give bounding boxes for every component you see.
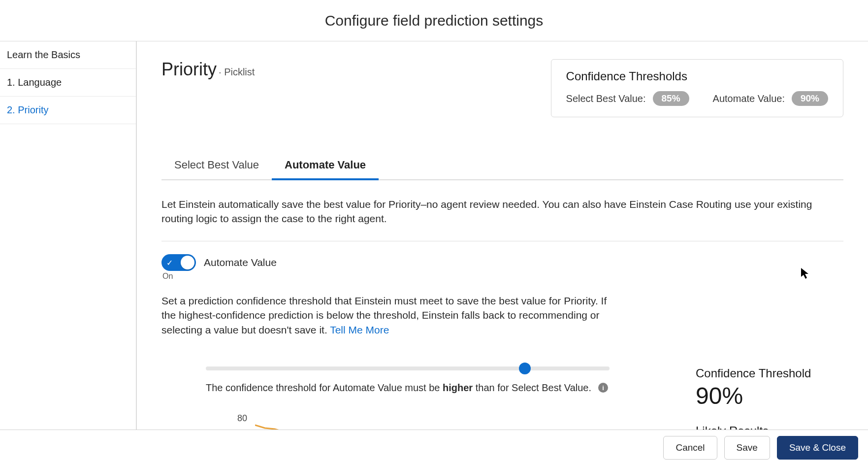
confidence-threshold-value: 90% [696, 382, 843, 409]
slider-right: Confidence Threshold 90% Likely Results [696, 366, 843, 430]
sidebar-item-priority[interactable]: 2. Priority [0, 97, 136, 124]
cancel-button[interactable]: Cancel [663, 436, 717, 460]
tab-automate-value[interactable]: Automate Value [272, 152, 379, 179]
save-button[interactable]: Save [724, 436, 770, 460]
main: Priority · Picklist Confidence Threshold… [137, 41, 868, 430]
confidence-thresholds-card: Confidence Thresholds Select Best Value:… [551, 59, 843, 117]
tab-select-best-value[interactable]: Select Best Value [161, 152, 272, 179]
chart-svg [255, 423, 373, 430]
y-tick-80: 80 [237, 413, 247, 424]
toggle-row: ✓ Automate Value [161, 254, 843, 271]
slider-caption: The confidence threshold for Automate Va… [206, 382, 666, 394]
likely-results-label: Likely Results [696, 424, 843, 430]
slider-left: The confidence threshold for Automate Va… [161, 366, 666, 430]
thresholds-row: Select Best Value: 85% Automate Value: 9… [566, 91, 828, 106]
check-icon: ✓ [166, 258, 173, 267]
modal-header: Configure field prediction settings [0, 0, 868, 41]
confidence-threshold-label: Confidence Threshold [696, 366, 843, 380]
tab-label: Select Best Value [174, 159, 259, 171]
body: Learn the Basics 1. Language 2. Priority… [0, 41, 868, 430]
info-icon[interactable]: i [598, 383, 608, 393]
title-block: Priority · Picklist [161, 59, 255, 80]
sidebar-item-label: Learn the Basics [7, 49, 80, 60]
select-best-value-label: Select Best Value: [566, 93, 646, 104]
save-close-button[interactable]: Save & Close [777, 436, 858, 460]
title-row: Priority · Picklist Confidence Threshold… [161, 59, 843, 117]
sidebar-item-label: 1. Language [7, 77, 62, 88]
automate-value-label: Automate Value: [713, 93, 785, 104]
select-best-value-pill: 85% [653, 91, 689, 106]
caption-bold: higher [443, 382, 473, 393]
footer: Cancel Save Save & Close [0, 430, 868, 465]
automate-value-toggle[interactable]: ✓ [161, 254, 196, 271]
thresholds-card-title: Confidence Thresholds [566, 69, 828, 83]
chart-line-a [255, 425, 324, 430]
confidence-slider[interactable] [206, 366, 610, 370]
slider-block: The confidence threshold for Automate Va… [161, 366, 843, 430]
field-type: · Picklist [219, 66, 255, 78]
tab-description: Let Einstein automatically save the best… [161, 197, 843, 226]
sidebar-item-language[interactable]: 1. Language [0, 69, 136, 97]
toggle-label: Automate Value [204, 257, 277, 268]
caption-pre: The confidence threshold for Automate Va… [206, 382, 443, 393]
toggle-state: On [162, 272, 843, 281]
caption-post: than for Select Best Value. [473, 382, 591, 393]
divider [161, 241, 843, 241]
modal-title: Configure field prediction settings [325, 12, 544, 29]
field-name: Priority [161, 59, 217, 80]
sidebar-item-label: 2. Priority [7, 104, 48, 115]
threshold-description: Set a prediction confidence threshold th… [161, 294, 610, 337]
toggle-knob [181, 256, 194, 269]
tell-me-more-link[interactable]: Tell Me More [330, 324, 389, 335]
slider-thumb[interactable] [519, 363, 531, 374]
sidebar-item-learn-basics[interactable]: Learn the Basics [0, 41, 136, 69]
tabs: Select Best Value Automate Value [161, 152, 843, 180]
chart-preview: 80 P [206, 413, 666, 430]
tab-label: Automate Value [285, 159, 366, 171]
sidebar: Learn the Basics 1. Language 2. Priority [0, 41, 137, 430]
automate-value-pill: 90% [792, 91, 828, 106]
